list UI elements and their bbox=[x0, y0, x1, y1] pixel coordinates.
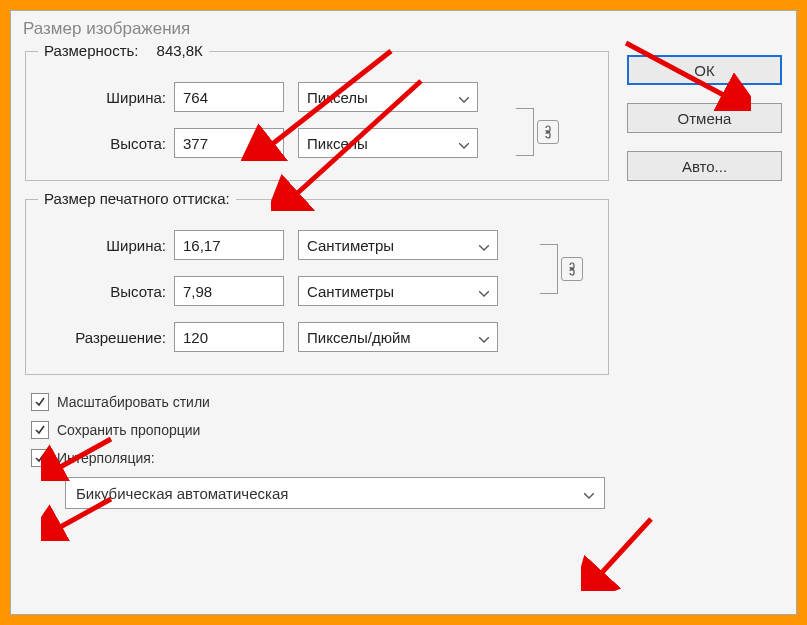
resolution-input[interactable] bbox=[174, 322, 284, 352]
auto-button[interactable]: Авто... bbox=[627, 151, 782, 181]
chain-link-icon[interactable] bbox=[537, 120, 559, 144]
constrain-proportions-row: Сохранить пропорции bbox=[31, 421, 609, 439]
doc-width-unit-label: Сантиметры bbox=[307, 237, 394, 254]
ok-button[interactable]: ОК bbox=[627, 55, 782, 85]
chevron-down-icon bbox=[479, 283, 489, 300]
filesize-value: 843,8К bbox=[157, 42, 203, 59]
pixel-width-input[interactable] bbox=[174, 82, 284, 112]
resolution-label: Разрешение: bbox=[44, 329, 174, 346]
chevron-down-icon bbox=[479, 237, 489, 254]
pixel-height-unit-select[interactable]: Пикселы bbox=[298, 128, 478, 158]
doc-width-row: Ширина: Сантиметры bbox=[44, 230, 590, 260]
chevron-down-icon bbox=[459, 89, 469, 106]
doc-height-label: Высота: bbox=[44, 283, 174, 300]
scale-styles-row: Масштабировать стили bbox=[31, 393, 609, 411]
scale-styles-checkbox[interactable] bbox=[31, 393, 49, 411]
constrain-bracket bbox=[516, 108, 534, 156]
constrain-bracket bbox=[540, 244, 558, 294]
left-column: Размерность: 843,8К Ширина: Пикселы bbox=[25, 51, 609, 509]
pixel-height-input[interactable] bbox=[174, 128, 284, 158]
chevron-down-icon bbox=[584, 485, 594, 502]
resample-method-select[interactable]: Бикубическая автоматическая bbox=[65, 477, 605, 509]
document-size-group: Размер печатного оттиска: Ширина: Сантим… bbox=[25, 199, 609, 375]
image-size-dialog: Размер изображения Размерность: 843,8К Ш… bbox=[10, 10, 797, 615]
doc-height-input[interactable] bbox=[174, 276, 284, 306]
dialog-content: Размерность: 843,8К Ширина: Пикселы bbox=[11, 47, 796, 523]
chevron-down-icon bbox=[459, 135, 469, 152]
resample-checkbox[interactable] bbox=[31, 449, 49, 467]
document-size-legend: Размер печатного оттиска: bbox=[38, 190, 236, 207]
pixel-dimensions-group: Размерность: 843,8К Ширина: Пикселы bbox=[25, 51, 609, 181]
doc-width-unit-select[interactable]: Сантиметры bbox=[298, 230, 498, 260]
pixel-width-label: Ширина: bbox=[44, 89, 174, 106]
pixel-width-row: Ширина: Пикселы bbox=[44, 82, 590, 112]
scale-styles-label: Масштабировать стили bbox=[57, 394, 210, 410]
pixel-height-unit-label: Пикселы bbox=[307, 135, 368, 152]
pixel-dimensions-legend: Размерность: 843,8К bbox=[38, 42, 209, 59]
chain-link-icon[interactable] bbox=[561, 257, 583, 281]
doc-width-label: Ширина: bbox=[44, 237, 174, 254]
resample-method-label: Бикубическая автоматическая bbox=[76, 485, 288, 502]
doc-height-unit-select[interactable]: Сантиметры bbox=[298, 276, 498, 306]
resolution-row: Разрешение: Пикселы/дюйм bbox=[44, 322, 590, 352]
resample-row: Интерполяция: bbox=[31, 449, 609, 467]
annotation-arrow-icon bbox=[581, 511, 661, 591]
pixel-height-label: Высота: bbox=[44, 135, 174, 152]
doc-height-row: Высота: Сантиметры bbox=[44, 276, 590, 306]
pixel-width-unit-label: Пикселы bbox=[307, 89, 368, 106]
constrain-proportions-checkbox[interactable] bbox=[31, 421, 49, 439]
cancel-button[interactable]: Отмена bbox=[627, 103, 782, 133]
chevron-down-icon bbox=[479, 329, 489, 346]
pixel-width-unit-select[interactable]: Пикселы bbox=[298, 82, 478, 112]
doc-width-input[interactable] bbox=[174, 230, 284, 260]
pixel-height-row: Высота: Пикселы bbox=[44, 128, 590, 158]
resample-label: Интерполяция: bbox=[57, 450, 155, 466]
button-column: ОК Отмена Авто... bbox=[627, 51, 782, 509]
doc-height-unit-label: Сантиметры bbox=[307, 283, 394, 300]
dimensions-label: Размерность: bbox=[44, 42, 139, 59]
svg-line-5 bbox=[596, 519, 651, 579]
resolution-unit-select[interactable]: Пикселы/дюйм bbox=[298, 322, 498, 352]
constrain-proportions-label: Сохранить пропорции bbox=[57, 422, 200, 438]
resolution-unit-label: Пикселы/дюйм bbox=[307, 329, 411, 346]
